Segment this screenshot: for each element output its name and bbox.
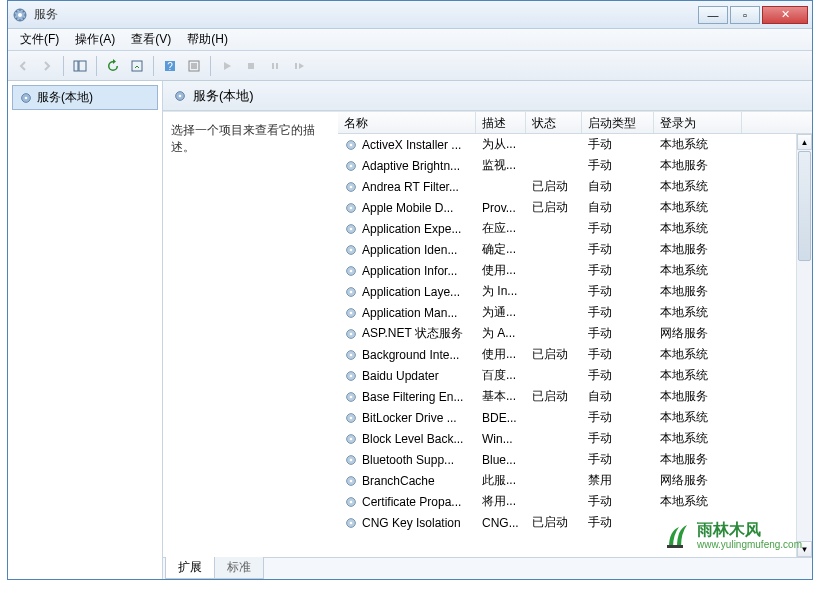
scroll-down-button[interactable]: ▼	[797, 541, 812, 557]
pane-header: 服务(本地)	[163, 81, 812, 111]
table-row[interactable]: ActiveX Installer ...为从...手动本地系统	[338, 134, 812, 155]
svg-rect-13	[276, 63, 278, 69]
cell-desc: Prov...	[476, 201, 526, 215]
table-row[interactable]: Block Level Back...Win...手动本地系统	[338, 428, 812, 449]
svg-point-28	[350, 227, 353, 230]
cell-name: Adaptive Brightn...	[338, 159, 476, 173]
cell-logon-as: 本地系统	[654, 220, 742, 237]
table-row[interactable]: Application Expe...在应...手动本地系统	[338, 218, 812, 239]
pane-title: 服务(本地)	[193, 87, 254, 105]
table-row[interactable]: Bluetooth Supp...Blue...手动本地服务	[338, 449, 812, 470]
left-tree-pane: 服务(本地)	[8, 81, 163, 579]
table-row[interactable]: Adaptive Brightn...监视...手动本地服务	[338, 155, 812, 176]
col-name[interactable]: 名称	[338, 112, 476, 133]
cell-start-type: 自动	[582, 199, 654, 216]
cell-start-type: 手动	[582, 241, 654, 258]
table-row[interactable]: Certificate Propa...将用...手动本地系统	[338, 491, 812, 512]
menu-action[interactable]: 操作(A)	[67, 29, 123, 50]
table-row[interactable]: Baidu Updater百度...手动本地系统	[338, 365, 812, 386]
cell-logon-as: 网络服务	[654, 325, 742, 342]
svg-point-42	[350, 374, 353, 377]
table-row[interactable]: Andrea RT Filter...已启动自动本地系统	[338, 176, 812, 197]
svg-text:?: ?	[167, 61, 173, 72]
table-row[interactable]: Apple Mobile D...Prov...已启动自动本地系统	[338, 197, 812, 218]
gear-icon	[344, 495, 358, 509]
cell-status: 已启动	[526, 178, 582, 195]
minimize-button[interactable]: —	[698, 6, 728, 24]
table-row[interactable]: Application Infor...使用...手动本地系统	[338, 260, 812, 281]
col-status[interactable]: 状态	[526, 112, 582, 133]
svg-point-22	[350, 164, 353, 167]
gear-icon	[344, 180, 358, 194]
col-logon-as[interactable]: 登录为	[654, 112, 742, 133]
table-row[interactable]: CNG Key IsolationCNG...已启动手动	[338, 512, 812, 533]
gear-icon	[344, 453, 358, 467]
table-row[interactable]: Background Inte...使用...已启动手动本地系统	[338, 344, 812, 365]
svg-point-40	[350, 353, 353, 356]
titlebar[interactable]: 服务 — ▫ ✕	[8, 1, 812, 29]
svg-point-52	[350, 479, 353, 482]
maximize-button[interactable]: ▫	[730, 6, 760, 24]
tab-standard[interactable]: 标准	[214, 557, 264, 579]
back-button[interactable]	[12, 55, 34, 77]
right-pane: 服务(本地) 选择一个项目来查看它的描述。 名称 描述 状态 启动类型 登录为 …	[163, 81, 812, 579]
cell-name: Application Laye...	[338, 285, 476, 299]
scrollbar[interactable]: ▲ ▼	[796, 134, 812, 557]
table-row[interactable]: BranchCache此服...禁用网络服务	[338, 470, 812, 491]
export-button[interactable]	[126, 55, 148, 77]
menu-view[interactable]: 查看(V)	[123, 29, 179, 50]
menu-help[interactable]: 帮助(H)	[179, 29, 236, 50]
cell-status: 已启动	[526, 199, 582, 216]
col-desc[interactable]: 描述	[476, 112, 526, 133]
tree-node-services-local[interactable]: 服务(本地)	[12, 85, 158, 110]
scroll-thumb[interactable]	[798, 151, 811, 261]
restart-service-button[interactable]	[288, 55, 310, 77]
cell-desc: 为 In...	[476, 283, 526, 300]
table-row[interactable]: BitLocker Drive ...BDE...手动本地系统	[338, 407, 812, 428]
scroll-up-button[interactable]: ▲	[797, 134, 812, 150]
cell-desc: BDE...	[476, 411, 526, 425]
stop-service-button[interactable]	[240, 55, 262, 77]
cell-name: Certificate Propa...	[338, 495, 476, 509]
close-button[interactable]: ✕	[762, 6, 808, 24]
properties-button[interactable]	[183, 55, 205, 77]
svg-point-46	[350, 416, 353, 419]
services-list: 名称 描述 状态 启动类型 登录为 ActiveX Installer ...为…	[338, 112, 812, 557]
menubar: 文件(F) 操作(A) 查看(V) 帮助(H)	[8, 29, 812, 51]
svg-point-20	[350, 143, 353, 146]
col-start-type[interactable]: 启动类型	[582, 112, 654, 133]
help-button[interactable]: ?	[159, 55, 181, 77]
cell-start-type: 手动	[582, 346, 654, 363]
cell-name: Application Expe...	[338, 222, 476, 236]
table-row[interactable]: Application Man...为通...手动本地系统	[338, 302, 812, 323]
table-row[interactable]: Application Iden...确定...手动本地服务	[338, 239, 812, 260]
cell-logon-as: 本地服务	[654, 388, 742, 405]
table-row[interactable]: ASP.NET 状态服务为 A...手动网络服务	[338, 323, 812, 344]
cell-start-type: 手动	[582, 514, 654, 531]
table-row[interactable]: Base Filtering En...基本...已启动自动本地服务	[338, 386, 812, 407]
show-hide-tree-button[interactable]	[69, 55, 91, 77]
cell-desc: CNG...	[476, 516, 526, 530]
forward-button[interactable]	[36, 55, 58, 77]
svg-point-44	[350, 395, 353, 398]
window-title: 服务	[34, 6, 698, 23]
gear-icon	[344, 306, 358, 320]
cell-start-type: 手动	[582, 304, 654, 321]
pause-service-button[interactable]	[264, 55, 286, 77]
cell-name: Application Iden...	[338, 243, 476, 257]
cell-desc: 为 A...	[476, 325, 526, 342]
refresh-button[interactable]	[102, 55, 124, 77]
cell-desc: 为通...	[476, 304, 526, 321]
cell-start-type: 手动	[582, 325, 654, 342]
svg-rect-3	[79, 61, 86, 71]
cell-desc: 基本...	[476, 388, 526, 405]
tree-node-label: 服务(本地)	[37, 89, 93, 106]
start-service-button[interactable]	[216, 55, 238, 77]
table-row[interactable]: Application Laye...为 In...手动本地服务	[338, 281, 812, 302]
gear-icon	[344, 222, 358, 236]
tab-extended[interactable]: 扩展	[165, 557, 215, 579]
cell-start-type: 手动	[582, 430, 654, 447]
gear-icon	[344, 264, 358, 278]
menu-file[interactable]: 文件(F)	[12, 29, 67, 50]
list-body[interactable]: ActiveX Installer ...为从...手动本地系统Adaptive…	[338, 134, 812, 557]
